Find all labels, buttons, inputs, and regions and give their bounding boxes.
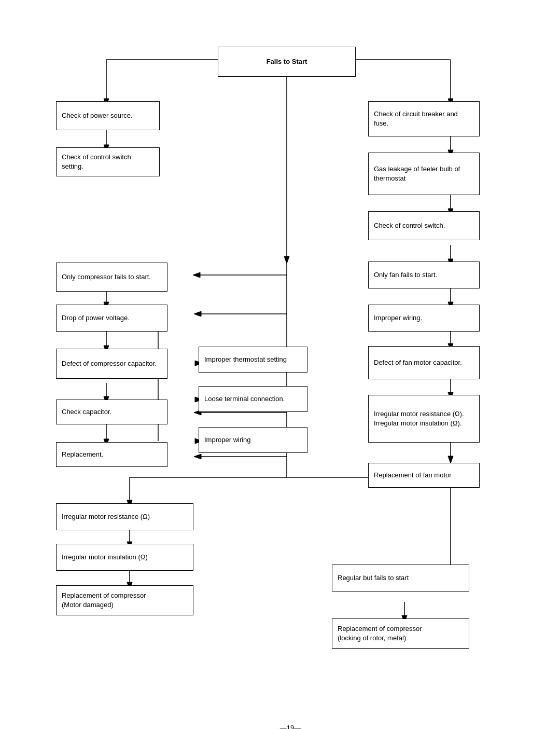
replacement-fan-motor-box: Replacement of fan motor: [368, 463, 480, 488]
loose-terminal-box: Loose terminal connection.: [199, 386, 307, 412]
check-power-box: Check of power source.: [56, 101, 160, 130]
irregular-motor-ins-box: Irregular motor insulation (Ω): [56, 544, 193, 571]
irregular-motor-res-box: Irregular motor resistance (Ω): [56, 503, 193, 530]
regular-fails-box: Regular but fails to start: [332, 565, 469, 592]
check-capacitor-box: Check capacitor.: [56, 400, 167, 424]
replacement-compressor-rotor-box: Replacement of compressor (locking of ro…: [332, 618, 469, 649]
drop-power-box: Drop of power voltage.: [56, 305, 167, 332]
defect-fan-cap-box: Defect of fan motor capacitor.: [368, 346, 480, 379]
fails-to-start-box: Fails to Start: [218, 47, 356, 77]
page: Fails to Start Check of power source. Ch…: [0, 0, 560, 729]
only-fan-box: Only fan fails to start.: [368, 262, 480, 288]
check-control-switch-setting-box: Check of control switch setting.: [56, 147, 160, 176]
svg-marker-46: [194, 454, 201, 459]
svg-marker-42: [194, 311, 201, 317]
check-control-switch-box: Check of control switch.: [368, 211, 480, 240]
improper-wiring-mid-box: Improper wiring: [199, 427, 307, 453]
gas-leakage-box: Gas leakage of feeler bulb of thermostat: [368, 153, 480, 195]
flowchart: Fails to Start Check of power source. Ch…: [10, 21, 550, 716]
svg-marker-1: [284, 256, 289, 264]
replacement-box: Replacement.: [56, 442, 167, 467]
only-compressor-box: Only compressor fails to start.: [56, 263, 167, 292]
replacement-compressor-motor-box: Replacement of compressor (Motor damaged…: [56, 585, 193, 615]
check-circuit-breaker-box: Check of circuit breaker and fuse.: [368, 101, 480, 136]
svg-marker-23: [448, 456, 453, 463]
page-number: —19—: [10, 724, 560, 729]
defect-compressor-cap-box: Defect of compressor capacitor.: [56, 349, 167, 379]
svg-marker-26: [193, 272, 200, 278]
improper-wiring-fan-box: Improper wiring.: [368, 305, 480, 332]
irregular-motor-fan-box: Irregular motor resistance (Ω). Irregula…: [368, 395, 480, 443]
improper-thermostat-box: Improper thermostat setting: [199, 347, 307, 373]
